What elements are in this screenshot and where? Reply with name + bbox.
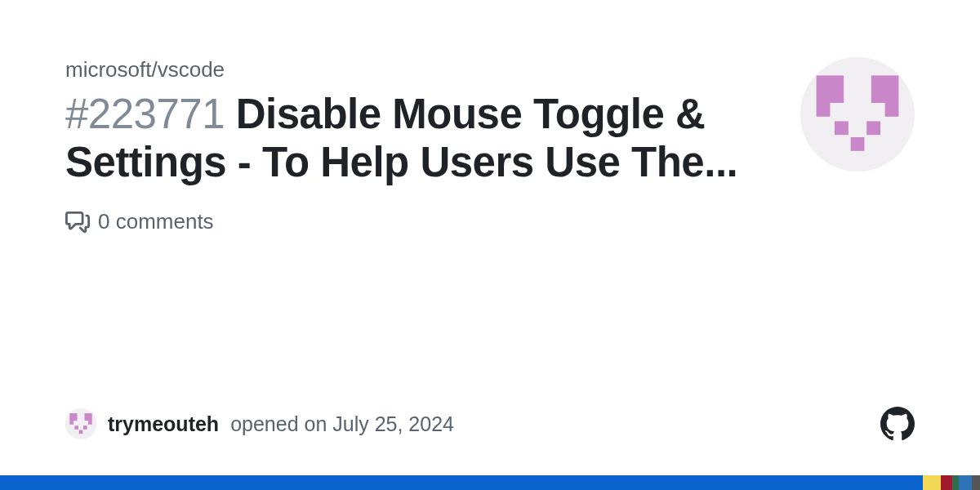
comment-discussion-icon: [65, 210, 90, 234]
lang-seg: [941, 475, 952, 490]
svg-rect-12: [88, 421, 92, 425]
comments-row: 0 comments: [65, 209, 915, 234]
issue-preview-card: microsoft/vscode #223771 Disable Mouse T…: [0, 0, 980, 490]
avatar-pixel-icon: [800, 57, 915, 172]
footer-row: trymeouteh opened on July 25, 2024: [65, 407, 915, 457]
svg-rect-11: [85, 413, 92, 421]
lang-seg: [959, 475, 972, 490]
lang-seg: [923, 475, 941, 490]
author-avatar-small[interactable]: [65, 408, 96, 439]
lang-seg-primary: [0, 475, 923, 490]
svg-rect-3: [871, 75, 899, 103]
svg-rect-9: [69, 413, 77, 421]
svg-rect-10: [69, 421, 74, 425]
svg-rect-7: [851, 137, 865, 151]
repo-path[interactable]: microsoft/vscode: [65, 57, 768, 82]
svg-rect-13: [74, 425, 78, 430]
issue-number: #223771: [65, 91, 225, 137]
issue-title[interactable]: #223771 Disable Mouse Toggle & Settings …: [65, 91, 768, 186]
language-color-bar: [0, 475, 980, 490]
svg-rect-2: [817, 103, 831, 117]
header-text: microsoft/vscode #223771 Disable Mouse T…: [65, 57, 768, 186]
avatar-pixel-icon: [65, 408, 96, 439]
lang-seg: [952, 475, 959, 490]
svg-rect-1: [817, 75, 844, 103]
svg-rect-15: [79, 430, 83, 434]
author-avatar-large: [800, 57, 915, 172]
author-username[interactable]: trymeouteh: [108, 412, 219, 436]
svg-rect-14: [83, 425, 87, 430]
opened-date: opened on July 25, 2024: [230, 412, 454, 436]
svg-rect-4: [885, 103, 899, 117]
header-row: microsoft/vscode #223771 Disable Mouse T…: [65, 57, 915, 186]
github-mark-icon[interactable]: [880, 407, 915, 441]
svg-rect-5: [835, 121, 849, 135]
lang-seg: [972, 475, 980, 490]
comments-count: 0 comments: [98, 209, 214, 234]
svg-rect-6: [866, 121, 880, 135]
